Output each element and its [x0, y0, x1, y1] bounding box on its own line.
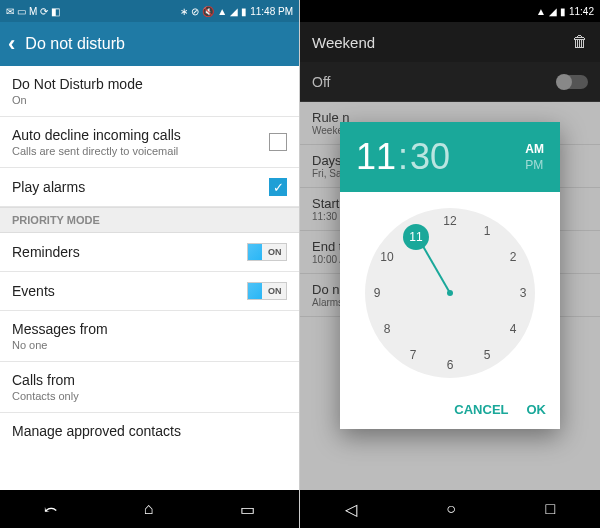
back-icon[interactable]: ‹ — [8, 31, 15, 57]
row-reminders[interactable]: Reminders ON — [0, 233, 299, 272]
settings-list: Do Not Disturb mode On Auto decline inco… — [0, 66, 299, 490]
row-title: Reminders — [12, 244, 80, 260]
row-messages-from[interactable]: Messages from No one — [0, 311, 299, 362]
bt-icon: ∗ — [180, 6, 188, 17]
checkbox-play-alarms[interactable]: ✓ — [269, 178, 287, 196]
row-title: Events — [12, 283, 55, 299]
phone-left: ✉ ▭ M ⟳ ◧ ∗ ⊘ 🔇 ▲ ◢ ▮ 11:48 PM ‹ Do not … — [0, 0, 300, 528]
checkbox-auto-decline[interactable] — [269, 133, 287, 151]
time-hour[interactable]: 11 — [356, 136, 396, 178]
dialog-actions: CANCEL OK — [340, 394, 560, 429]
sync-icon: ⟳ — [40, 6, 48, 17]
switch-off[interactable] — [558, 75, 588, 89]
row-title: Messages from — [12, 321, 108, 337]
hour-selected-11[interactable]: 11 — [403, 224, 429, 250]
row-manage-contacts[interactable]: Manage approved contacts — [0, 413, 299, 449]
time-display: 11 : 30 — [356, 136, 450, 178]
phone-right: ▲ ◢ ▮ 11:42 Weekend 🗑 Off Rule n Weeke D… — [300, 0, 600, 528]
clock-text: 11:42 — [569, 6, 594, 17]
nav-home-icon[interactable]: ⌂ — [144, 500, 154, 518]
clock-center — [447, 290, 453, 296]
hour-7[interactable]: 7 — [403, 348, 423, 362]
ok-button[interactable]: OK — [527, 402, 547, 417]
wifi-icon: ▲ — [536, 6, 546, 17]
dnd-icon: ⊘ — [191, 6, 199, 17]
hour-4[interactable]: 4 — [503, 322, 523, 336]
clock-hand — [419, 241, 451, 294]
wifi-icon: ▲ — [217, 6, 227, 17]
hour-1[interactable]: 1 — [477, 224, 497, 238]
navbar-left: ⤺ ⌂ ▭ — [0, 490, 299, 528]
nav-recent-icon[interactable]: □ — [546, 500, 556, 518]
gmail-icon: M — [29, 6, 37, 17]
signal-icon: ◢ — [549, 6, 557, 17]
hour-12[interactable]: 12 — [440, 214, 460, 228]
time-picker-dialog: 11 : 30 AM PM 11 12 1 — [340, 122, 560, 429]
time-picker-header: 11 : 30 AM PM — [340, 122, 560, 192]
row-off[interactable]: Off — [300, 62, 600, 102]
status-icons-right: ∗ ⊘ 🔇 ▲ ◢ ▮ 11:48 PM — [180, 6, 293, 17]
ampm-toggle: AM PM — [525, 141, 544, 173]
row-sub: Contacts only — [12, 390, 79, 402]
chat-icon: ▭ — [17, 6, 26, 17]
time-minute[interactable]: 30 — [410, 136, 450, 178]
section-priority-mode: PRIORITY MODE — [0, 207, 299, 233]
nav-recent-icon[interactable]: ▭ — [240, 500, 255, 519]
row-dnd-mode[interactable]: Do Not Disturb mode On — [0, 66, 299, 117]
time-colon: : — [398, 136, 408, 178]
header-left: ‹ Do not disturb — [0, 22, 299, 66]
battery-icon: ▮ — [241, 6, 247, 17]
header-title: Do not disturb — [25, 35, 125, 53]
off-label: Off — [312, 74, 330, 90]
clock-face[interactable]: 11 12 1 2 3 4 5 6 7 8 9 10 — [365, 208, 535, 378]
row-title: Do Not Disturb mode — [12, 76, 143, 92]
row-title: Calls from — [12, 372, 79, 388]
nav-back-icon[interactable]: ⤺ — [44, 500, 57, 519]
hour-8[interactable]: 8 — [377, 322, 397, 336]
row-title: Manage approved contacts — [12, 423, 181, 439]
mail-icon: ✉ — [6, 6, 14, 17]
hour-5[interactable]: 5 — [477, 348, 497, 362]
hour-10[interactable]: 10 — [377, 250, 397, 264]
row-title: Play alarms — [12, 179, 85, 195]
bg-list: Rule n Weeke Days Fri, Sat Start ti 11:3… — [300, 102, 600, 490]
status-icons-left: ✉ ▭ M ⟳ ◧ — [6, 6, 60, 17]
am-label[interactable]: AM — [525, 141, 544, 157]
trash-icon[interactable]: 🗑 — [572, 33, 588, 51]
nav-home-icon[interactable]: ○ — [446, 500, 456, 518]
app-icon: ◧ — [51, 6, 60, 17]
status-bar-right: ▲ ◢ ▮ 11:42 — [300, 0, 600, 22]
row-sub: Calls are sent directly to voicemail — [12, 145, 181, 157]
row-play-alarms[interactable]: Play alarms ✓ — [0, 168, 299, 207]
hour-9[interactable]: 9 — [367, 286, 387, 300]
header-title: Weekend — [312, 34, 375, 51]
hour-6[interactable]: 6 — [440, 358, 460, 372]
mute-icon: 🔇 — [202, 6, 214, 17]
cancel-button[interactable]: CANCEL — [454, 402, 508, 417]
time-picker-scrim: 11 : 30 AM PM 11 12 1 — [300, 102, 600, 452]
battery-icon: ▮ — [560, 6, 566, 17]
hour-3[interactable]: 3 — [513, 286, 533, 300]
hour-2[interactable]: 2 — [503, 250, 523, 264]
row-title: Auto decline incoming calls — [12, 127, 181, 143]
status-bar-left: ✉ ▭ M ⟳ ◧ ∗ ⊘ 🔇 ▲ ◢ ▮ 11:48 PM — [0, 0, 299, 22]
signal-icon: ◢ — [230, 6, 238, 17]
nav-back-icon[interactable]: ◁ — [345, 500, 357, 519]
clock-face-wrap: 11 12 1 2 3 4 5 6 7 8 9 10 — [340, 192, 560, 394]
clock-text: 11:48 PM — [250, 6, 293, 17]
row-events[interactable]: Events ON — [0, 272, 299, 311]
navbar-right: ◁ ○ □ — [300, 490, 600, 528]
pm-label[interactable]: PM — [525, 157, 544, 173]
toggle-reminders[interactable]: ON — [247, 243, 287, 261]
row-sub: On — [12, 94, 143, 106]
row-calls-from[interactable]: Calls from Contacts only — [0, 362, 299, 413]
row-sub: No one — [12, 339, 108, 351]
header-right: Weekend 🗑 — [300, 22, 600, 62]
toggle-events[interactable]: ON — [247, 282, 287, 300]
row-auto-decline[interactable]: Auto decline incoming calls Calls are se… — [0, 117, 299, 168]
